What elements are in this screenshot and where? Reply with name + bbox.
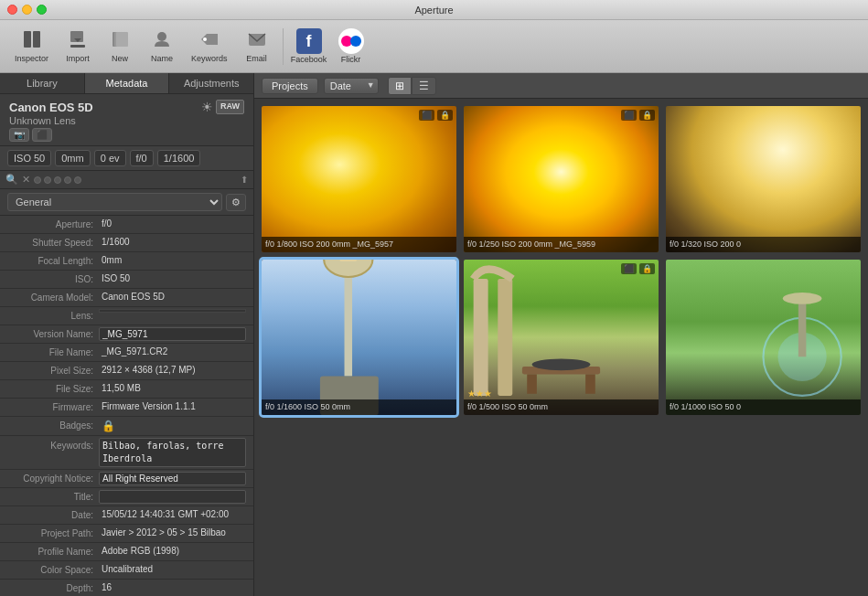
photo-caption-4: f/0 1/1600 ISO 50 0mm: [262, 399, 456, 415]
traffic-lights: [7, 5, 47, 15]
shutter-value: 1/1600: [99, 236, 246, 248]
title-input[interactable]: [99, 490, 246, 504]
inspector-label: Inspector: [15, 54, 48, 63]
name-button[interactable]: Name: [142, 26, 182, 67]
iso-label: ISO:: [7, 272, 99, 284]
import-icon: [68, 29, 88, 52]
preset-select[interactable]: General EXIF IPTC: [7, 193, 222, 211]
iso-display: ISO 50: [7, 150, 51, 166]
firmware-value: Firmware Version 1.1.1: [99, 400, 246, 412]
dot-5: [74, 176, 81, 184]
field-pixelsize: Pixel Size: 2912 × 4368 (12,7 MP): [0, 362, 253, 380]
tab-metadata[interactable]: Metadata: [85, 73, 170, 93]
flickr-button[interactable]: Flickr: [331, 27, 371, 67]
keywords-icon: [199, 29, 220, 52]
keywords-input[interactable]: Bilbao, farolas, torre Iberdrola: [99, 438, 246, 467]
field-profile: Profile Name: Adobe RGB (1998): [0, 543, 253, 561]
version-input[interactable]: [99, 327, 246, 341]
stars-display: ★★★: [467, 388, 492, 399]
import-button[interactable]: Import: [58, 26, 98, 67]
app-title: Aperture: [414, 5, 453, 16]
flickr-icon: [338, 28, 364, 54]
minimize-button[interactable]: [22, 5, 32, 15]
keywords-button[interactable]: Keywords: [184, 26, 235, 67]
svg-rect-16: [498, 279, 512, 396]
list-view-button[interactable]: ☰: [412, 77, 436, 95]
field-focal: Focal Length: 0mm: [0, 252, 253, 271]
lock-icon-2: 🔒: [639, 110, 655, 121]
dot-1: [34, 176, 41, 184]
left-panel: Library Metadata Adjustments Canon EOS 5…: [0, 73, 254, 596]
title-bar: Aperture: [0, 0, 868, 20]
iso-value: ISO 50: [99, 272, 246, 284]
lens-name: Unknown Lens: [9, 115, 244, 126]
raw-badge: RAW: [216, 100, 244, 114]
dots-row: [34, 176, 81, 184]
copyright-input[interactable]: [99, 472, 246, 485]
camera-icon[interactable]: 📷: [9, 128, 29, 142]
photo-item-1[interactable]: ⬛ 🔒 f/0 1/800 ISO 200 0mm _MG_5957: [262, 106, 456, 252]
panel-expand-button[interactable]: ⬆: [241, 175, 248, 185]
profile-label: Profile Name:: [7, 545, 99, 557]
photo-item-2[interactable]: ⬛ 🔒 f/0 1/250 ISO 200 0mm _MG_5959: [464, 106, 659, 252]
svg-rect-15: [474, 279, 488, 396]
photo-thumb-1: [262, 106, 456, 252]
lens-label: Lens:: [7, 309, 99, 321]
new-button[interactable]: New: [100, 26, 140, 67]
facebook-icon: f: [296, 28, 322, 54]
facebook-button[interactable]: f Facebook: [289, 27, 329, 67]
lens-value: [99, 309, 246, 313]
profile-value: Adobe RGB (1998): [99, 545, 246, 557]
filesize-label: File Size:: [7, 382, 99, 394]
keywords-label: Keywords: [191, 54, 228, 63]
import-label: Import: [66, 54, 90, 63]
photo-item-5[interactable]: ★★★ ⬛ 🔒 f/0 1/500 ISO 50 0mm: [464, 260, 659, 415]
field-badges: Badges: 🔒: [0, 417, 253, 436]
content-toolbar: Projects Date Rating Name ▼ ⊞ ☰: [254, 73, 868, 99]
facebook-label: Facebook: [291, 55, 327, 64]
date-value: 15/05/12 14:40:31 GMT +02:00: [99, 508, 246, 520]
photo-thumb-3: [666, 106, 861, 252]
colorspace-label: Color Space:: [7, 563, 99, 575]
svg-rect-19: [585, 374, 595, 393]
camera-badges: ☀ RAW: [201, 100, 244, 114]
email-button[interactable]: Email: [237, 26, 277, 67]
photo-thumb-2: [464, 106, 659, 252]
email-icon: [247, 29, 267, 52]
photo-thumb-4: [262, 260, 456, 415]
camera-model: Canon EOS 5D: [9, 101, 93, 114]
date-select[interactable]: Date Rating Name: [324, 78, 379, 94]
tab-library[interactable]: Library: [0, 73, 85, 93]
close-search-button[interactable]: ✕: [22, 174, 30, 186]
screen-icon: ⬛: [419, 110, 434, 121]
depth-value: 16: [99, 581, 246, 593]
pixelsize-value: 2912 × 4368 (12,7 MP): [99, 364, 246, 376]
photo-icons-2: ⬛ 🔒: [621, 110, 655, 121]
focal-value: 0mm: [99, 254, 246, 266]
grid-view-button[interactable]: ⊞: [388, 77, 412, 95]
gear-icon[interactable]: ⚙: [226, 194, 246, 211]
field-camera-model: Camera Model: Canon EOS 5D: [0, 289, 253, 307]
field-date: Date: 15/05/12 14:40:31 GMT +02:00: [0, 506, 253, 525]
photo-thumb-6: [666, 260, 861, 415]
photo-item-4[interactable]: f/0 1/1600 ISO 50 0mm: [262, 260, 456, 415]
photo-caption-5: f/0 1/500 ISO 50 0mm: [464, 399, 659, 415]
inspector-button[interactable]: Inspector: [7, 26, 56, 67]
view-toggle: ⊞ ☰: [388, 77, 436, 95]
field-depth: Depth: 16: [0, 580, 253, 596]
close-button[interactable]: [7, 5, 17, 15]
camera-alt-icon[interactable]: ⬛: [32, 128, 52, 142]
filename-value: _MG_5971.CR2: [99, 346, 246, 357]
maximize-button[interactable]: [37, 5, 47, 15]
projects-button[interactable]: Projects: [262, 78, 318, 94]
field-version: Version Name:: [0, 325, 253, 344]
tab-adjustments[interactable]: Adjustments: [169, 73, 253, 93]
photo-item-3[interactable]: f/0 1/320 ISO 200 0: [666, 106, 861, 252]
photo-item-6[interactable]: f/0 1/1000 ISO 50 0: [666, 260, 861, 415]
date-label: Date:: [7, 508, 99, 520]
field-project-path: Project Path: Javier > 2012 > 05 > 15 Bi…: [0, 525, 253, 543]
firmware-label: Firmware:: [7, 400, 99, 412]
exposure-row: ISO 50 0mm 0 ev f/0 1/1600: [0, 146, 253, 171]
svg-point-24: [783, 293, 822, 304]
search-icon: 🔍: [5, 174, 18, 186]
